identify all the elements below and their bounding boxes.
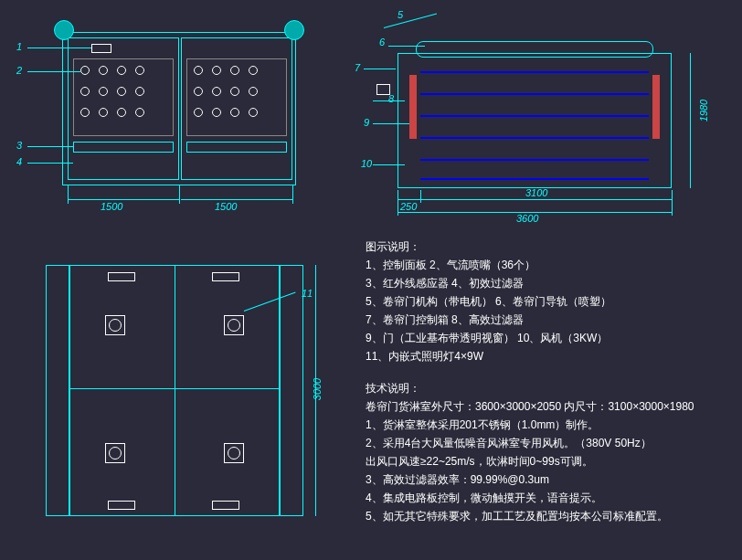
dim-1500-2: 1500 — [215, 201, 237, 212]
dim-3600: 3600 — [516, 213, 538, 224]
callout-7: 7 — [355, 62, 360, 73]
legend-line-5: 9、门（工业基布带透明视窗） 10、风机（3KW） — [366, 329, 608, 349]
callout-10: 10 — [361, 158, 372, 169]
dim-1980: 1980 — [698, 100, 709, 122]
tech-line-2: 1、货淋室整体采用201不锈钢（1.0mm）制作。 — [366, 416, 599, 436]
tech-title: 技术说明： — [366, 379, 420, 399]
callout-9: 9 — [364, 117, 369, 128]
callout-11: 11 — [302, 288, 313, 299]
dim-3100: 3100 — [525, 187, 547, 198]
callout-5: 5 — [398, 9, 403, 20]
dim-3000: 3000 — [312, 378, 323, 400]
callout-3: 3 — [16, 140, 22, 151]
dim-1500-1: 1500 — [101, 201, 122, 212]
callout-6: 6 — [379, 37, 385, 48]
tech-line-1: 卷帘门货淋室外尺寸：3600×3000×2050 内尺寸：3100×3000×1… — [366, 397, 694, 417]
tech-line-5: 3、高效过滤器效率：99.99%@0.3um — [366, 470, 549, 491]
legend-line-4: 7、卷帘门控制箱 8、高效过滤器 — [366, 311, 524, 331]
tech-line-6: 4、集成电路板控制，微动触摸开关，语音提示。 — [366, 489, 602, 509]
legend-line-6: 11、内嵌式照明灯4×9W — [366, 347, 483, 367]
legend-line-2: 3、红外线感应器 4、初效过滤器 — [366, 274, 524, 294]
tech-line-3: 2、采用4台大风量低噪音风淋室专用风机。（380V 50Hz） — [366, 434, 652, 454]
callout-1: 1 — [16, 41, 22, 52]
tech-line-7: 5、如无其它特殊要求，加工工艺及配置均按本公司标准配置。 — [366, 507, 668, 527]
legend-line-3: 5、卷帘门机构（带电机） 6、卷帘门导轨（喷塑） — [366, 292, 611, 312]
legend-line-1: 1、控制面板 2、气流喷嘴（36个） — [366, 256, 535, 276]
callout-2: 2 — [16, 65, 22, 76]
legend-title: 图示说明： — [366, 238, 420, 258]
callout-8: 8 — [388, 93, 394, 104]
tech-line-4: 出风口风速≥22~25m/s，吹淋时间0~99s可调。 — [366, 452, 593, 472]
dim-250: 250 — [400, 201, 417, 212]
callout-4: 4 — [16, 156, 22, 167]
